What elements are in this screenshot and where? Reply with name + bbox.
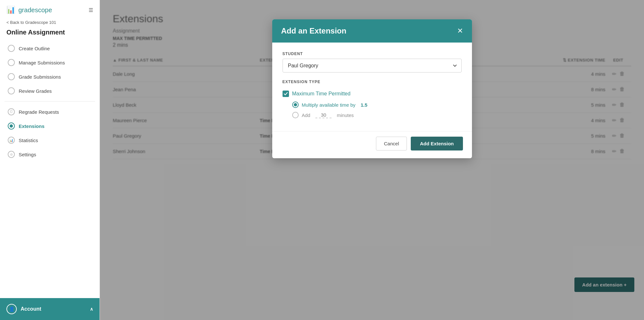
multiply-radio-row: Multiply available time by 1.5 xyxy=(292,102,462,108)
multiply-radio-button[interactable] xyxy=(292,102,299,108)
nav-circle-statistics: 📊 xyxy=(8,137,15,144)
main-content: Extensions Assignment MAX TIME PERMITTED… xyxy=(100,0,644,320)
nav-circle-inner-extensions xyxy=(10,124,13,128)
sidebar-item-label: Grade Submissions xyxy=(19,74,61,80)
add-minutes-radio-button[interactable] xyxy=(292,112,299,118)
nav-circle-regrade-requests: © xyxy=(8,108,15,115)
sidebar-item-label: Settings xyxy=(19,152,36,157)
logo-icon: 📊 xyxy=(6,6,15,14)
modal-footer: Cancel Add Extension xyxy=(272,131,472,158)
nav-circle-settings: ⚙ xyxy=(8,151,15,158)
sidebar-item-create-outline[interactable]: Create Outline xyxy=(5,41,95,55)
sidebar-header: 📊 gradescope ☰ xyxy=(0,0,100,18)
ext-type-label: EXTENSION TYPE xyxy=(283,80,462,84)
sidebar-footer[interactable]: 👤 Account ∧ xyxy=(0,298,100,320)
nav-circle-extensions xyxy=(8,122,15,130)
account-label: Account xyxy=(21,306,41,312)
radio-options-group: Multiply available time by 1.5 Add minut… xyxy=(292,102,462,118)
logo-text: gradescope xyxy=(18,6,52,14)
nav-circle-grade-submissions xyxy=(8,73,15,80)
max-time-checkbox-row: Maximum Time Permitted xyxy=(283,91,462,97)
add-minutes-radio-row: Add minutes xyxy=(292,112,462,118)
cancel-button[interactable]: Cancel xyxy=(376,137,407,150)
nav-circle-manage-submissions xyxy=(8,59,15,66)
add-minutes-input[interactable] xyxy=(315,112,332,118)
sidebar-item-label: Extensions xyxy=(19,123,44,129)
sidebar-item-label: Review Grades xyxy=(19,88,52,94)
sidebar-item-grade-submissions[interactable]: Grade Submissions xyxy=(5,70,95,84)
sidebar-menu-icon[interactable]: ☰ xyxy=(89,7,93,13)
sidebar-item-label: Statistics xyxy=(19,138,38,143)
modal-header: Add an Extension ✕ xyxy=(272,19,472,43)
modal-overlay: Add an Extension ✕ STUDENT Paul Gregory … xyxy=(100,0,644,320)
sidebar-item-extensions[interactable]: Extensions xyxy=(5,119,95,133)
account-icon: 👤 xyxy=(6,304,17,314)
modal-title: Add an Extension xyxy=(281,26,347,35)
multiply-radio-inner xyxy=(294,103,297,106)
multiply-value: 1.5 xyxy=(360,102,367,108)
student-field-label: STUDENT xyxy=(283,52,462,56)
modal-body: STUDENT Paul Gregory Dale Long Jean Pena… xyxy=(272,43,472,131)
sidebar-item-settings[interactable]: ⚙ Settings xyxy=(5,147,95,161)
max-time-label: Maximum Time Permitted xyxy=(292,91,351,97)
sidebar-back-link[interactable]: Back to Gradescope 101 xyxy=(0,18,100,28)
account-chevron-icon: ∧ xyxy=(90,306,93,312)
sidebar-item-label: Create Outline xyxy=(19,46,50,51)
sidebar-item-label: Regrade Requests xyxy=(19,109,59,115)
add-extension-submit-button[interactable]: Add Extension xyxy=(411,137,463,150)
student-select[interactable]: Paul Gregory Dale Long Jean Pena Lloyd B… xyxy=(283,59,462,73)
sidebar-divider xyxy=(5,101,95,102)
nav-circle-review-grades xyxy=(8,87,15,94)
add-text: Add xyxy=(302,112,311,118)
multiply-radio-label: Multiply available time by 1.5 xyxy=(302,102,368,108)
minutes-suffix: minutes xyxy=(337,112,354,118)
sidebar-nav-primary: Create Outline Manage Submissions Grade … xyxy=(0,41,100,98)
add-extension-modal: Add an Extension ✕ STUDENT Paul Gregory … xyxy=(272,19,472,158)
max-time-checkbox[interactable] xyxy=(283,91,289,97)
add-minutes-radio-label: Add minutes xyxy=(302,112,354,118)
sidebar-item-manage-submissions[interactable]: Manage Submissions xyxy=(5,55,95,70)
modal-close-button[interactable]: ✕ xyxy=(457,27,463,34)
sidebar-assignment-title: Online Assignment xyxy=(0,28,100,41)
checkmark-icon xyxy=(284,92,288,95)
sidebar-item-regrade-requests[interactable]: © Regrade Requests xyxy=(5,105,95,119)
sidebar-item-label: Manage Submissions xyxy=(19,60,65,65)
nav-circle-create-outline xyxy=(8,45,15,52)
sidebar: 📊 gradescope ☰ Back to Gradescope 101 On… xyxy=(0,0,100,320)
sidebar-nav-secondary: © Regrade Requests Extensions 📊 Statisti… xyxy=(0,105,100,161)
sidebar-item-review-grades[interactable]: Review Grades xyxy=(5,84,95,98)
multiply-text: Multiply available time by xyxy=(302,102,356,108)
sidebar-item-statistics[interactable]: 📊 Statistics xyxy=(5,133,95,147)
